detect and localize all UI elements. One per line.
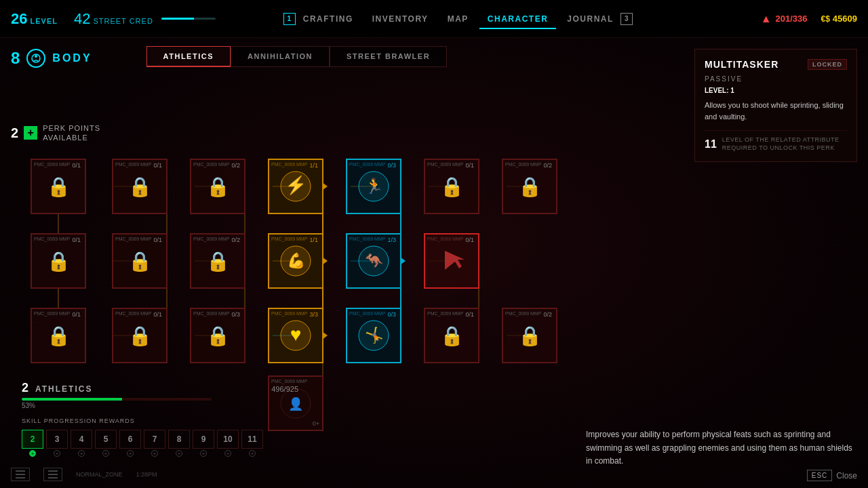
skill-level-item-5: 7 (144, 430, 165, 457)
connector-right (322, 182, 328, 190)
perk-node-3[interactable]: PMC_0069 MMP 0/2 🔒 (190, 159, 245, 214)
inventory-label: INVENTORY (372, 14, 429, 24)
xp-bar-fill (22, 398, 122, 401)
perk-node-8[interactable]: PMC_0069 MMP 0/1 🔒 (31, 233, 86, 289)
level-stat: 26 LEVEL (11, 10, 58, 28)
skill-level-item-2: 4 (71, 430, 92, 457)
bottom-btn-2[interactable] (43, 468, 62, 481)
perk-node-4[interactable]: PMC_0069 MMP 1/1 ⚡ (268, 159, 323, 214)
body-header: 8 BODY (11, 49, 92, 68)
health-stat: ▲ 201/336 (761, 13, 808, 25)
svg-rect-44 (16, 470, 25, 472)
bottom-text-2: 1:28PM (136, 471, 157, 478)
perk-plus-icon: + (24, 126, 37, 140)
street-cred-stat: 42 STREET CRED (74, 10, 216, 28)
subtab-annihilation[interactable]: ANNIHILATION (231, 46, 330, 67)
svg-rect-48 (48, 474, 58, 475)
perk-node-20[interactable]: PMC_0069 MMP 0/2 🔒 (502, 308, 557, 363)
skill-name: ATHLETICS (35, 384, 92, 394)
connector-right-17 (322, 331, 328, 340)
body-icon (26, 49, 45, 68)
perk-requirement: 11 LEVEL OF THE RELATED ATTRIBUTE REQUIR… (705, 130, 847, 152)
main-content: 8 BODY ATHLETICS ANNIHILATION STREET BRA… (0, 38, 868, 488)
xp-bar (22, 398, 212, 401)
perk-node-10[interactable]: PMC_0069 MMP 0/2 🔒 (190, 233, 245, 289)
lock-icon-7: 🔒 (518, 176, 542, 198)
req-text: LEVEL OF THE RELATED ATTRIBUTE REQUIRED … (722, 136, 847, 152)
perk-node-2[interactable]: PMC_0069 MMP 0/1 🔒 (112, 159, 167, 214)
lock-icon-8: 🔒 (47, 250, 71, 272)
skill-levels: 2 3 4 5 6 7 8 (22, 430, 298, 457)
attribute-description: Improves your ability to perform physica… (586, 428, 857, 468)
perk-node-18[interactable]: PMC_0069 MMP 0/3 🤸 (346, 308, 401, 363)
tab-journal[interactable]: JOURNAL 3 (559, 9, 641, 29)
perk-node-11[interactable]: PMC_0069 MMP 1/1 💪 (268, 233, 323, 289)
skill-level-dot-3 (102, 450, 109, 457)
tab-inventory[interactable]: INVENTORY (364, 10, 437, 28)
skill-level-dot-6 (176, 450, 182, 457)
skill-level-dot-8 (224, 450, 231, 457)
skill-level-box-9: 11 (241, 430, 263, 449)
svg-point-1 (35, 55, 37, 58)
top-bar: 26 LEVEL 42 STREET CRED 1 CRAFTING INVEN… (0, 0, 868, 38)
perk-node-5[interactable]: PMC_0069 MMP 0/3 🏃 (346, 159, 401, 214)
perk-node-16[interactable]: PMC_0069 MMP 0/3 🔒 (190, 308, 245, 363)
journal-badge: 3 (620, 13, 633, 25)
lock-icon-3: 🔒 (206, 176, 230, 198)
svg-text:🏃: 🏃 (365, 177, 384, 195)
lock-icon-9: 🔒 (128, 250, 152, 272)
perk-node-13[interactable]: PMC_0069 MMP 0/1 (424, 233, 479, 289)
bottom-btn-1[interactable] (11, 468, 30, 481)
skill-level-item-1: 3 (46, 430, 68, 457)
subtab-street-brawler[interactable]: STREET BRAWLER (330, 46, 447, 67)
lock-icon-15: 🔒 (128, 325, 152, 347)
perk-type: PASSIVE (705, 75, 847, 83)
skill-level-dot-9 (249, 450, 256, 457)
skill-header: 2 ATHLETICS 496/925 (22, 381, 298, 395)
perk-detail-panel: MULTITASKER LOCKED PASSIVE LEVEL: 1 Allo… (694, 49, 857, 162)
perk-node-19[interactable]: PMC_0069 MMP 0/1 🔒 (424, 308, 479, 363)
perk-tooltip-title: MULTITASKER LOCKED (705, 59, 847, 70)
connector-right-11 (322, 257, 328, 265)
attr-desc-text: Improves your ability to perform physica… (586, 430, 852, 465)
skill-level-box-5: 7 (144, 430, 165, 449)
perk-level: LEVEL: 1 (705, 87, 847, 94)
skill-level-item-9: 11 (241, 430, 263, 457)
skill-xp: 496/925 (271, 385, 298, 393)
perk-label: PERK POINTS AVAILABLE (43, 123, 100, 143)
lock-icon-10: 🔒 (206, 250, 230, 272)
connector-right-12 (400, 257, 406, 265)
svg-text:🤸: 🤸 (365, 326, 384, 344)
perk-node-9[interactable]: PMC_0069 MMP 0/1 🔒 (112, 233, 167, 289)
perk-node-12[interactable]: PMC_0069 MMP 1/3 🦘 (346, 233, 401, 289)
cred-bar (161, 18, 216, 20)
perk-name: MULTITASKER (705, 59, 778, 70)
subtab-athletics[interactable]: ATHLETICS (146, 46, 231, 67)
skill-title: 2 ATHLETICS (22, 381, 92, 395)
tab-crafting[interactable]: 1 CRAFTING (275, 9, 361, 29)
svg-rect-46 (16, 477, 25, 479)
perk-count: 2 (11, 125, 18, 141)
svg-rect-49 (48, 477, 58, 479)
perk-node-1[interactable]: PMC_0069 MMP 0/1 🔒 (31, 159, 86, 214)
skill-level-box-2: 4 (71, 430, 92, 449)
bottom-text-1: NORMAL_ZONE (76, 471, 123, 478)
perk-node-6[interactable]: PMC_0069 MMP 0/1 🔒 (424, 159, 479, 214)
tab-character[interactable]: CHARACTER (479, 10, 557, 28)
journal-label: JOURNAL (567, 14, 613, 23)
skill-level-item-7: 9 (193, 430, 214, 457)
xp-percent: 53% (22, 402, 298, 409)
skill-level-dot-5 (151, 450, 158, 457)
lock-icon-14: 🔒 (47, 325, 71, 347)
perk-area: 2 + PERK POINTS AVAILABLE (0, 118, 692, 383)
money-icon: €$ (821, 14, 829, 24)
perk-node-7[interactable]: PMC_0069 MMP 0/2 🔒 (502, 159, 557, 214)
perk-node-15[interactable]: PMC_0069 MMP 0/1 🔒 (112, 308, 167, 363)
tab-map[interactable]: MAP (439, 10, 477, 28)
skill-level-box-current: 2 (22, 430, 43, 449)
lock-icon-2: 🔒 (128, 176, 152, 198)
perk-node-14[interactable]: PMC_0069 MMP 0/1 🔒 (31, 308, 86, 363)
lock-icon-19: 🔒 (440, 325, 464, 347)
esc-close[interactable]: ESC Close (807, 470, 857, 481)
perk-node-17[interactable]: PMC_0069 MMP 3/3 ♥ (268, 308, 323, 363)
